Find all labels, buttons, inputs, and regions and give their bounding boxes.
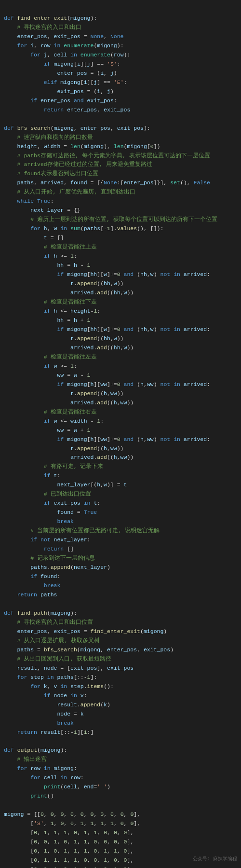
- code-content: def find_enter_exit(migong): # 寻找迷宫的入口和出…: [4, 5, 237, 868]
- watermark: 公众号: 麻辣学编程: [193, 855, 237, 863]
